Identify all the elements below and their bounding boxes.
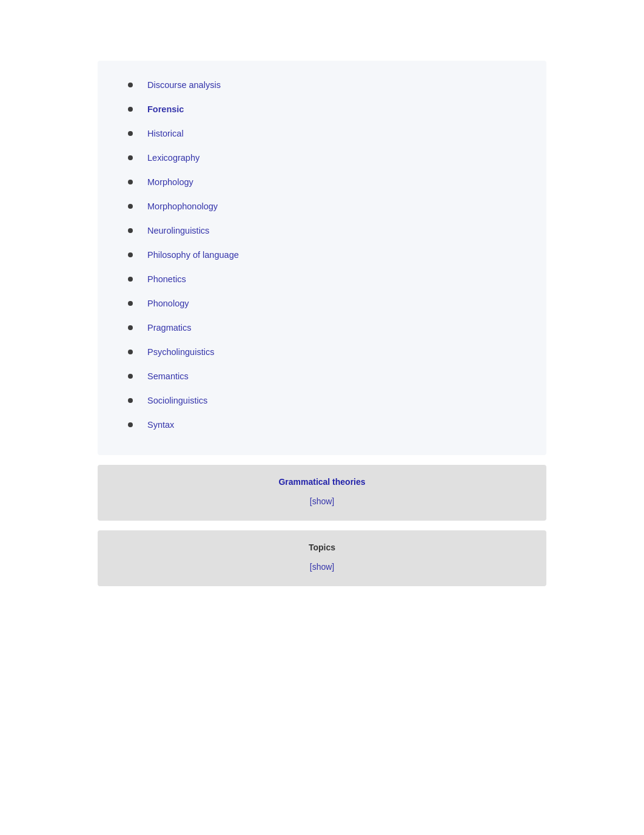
collapsible-box-grammatical-theories: Grammatical theories[show] — [98, 465, 546, 521]
list-link-syntax[interactable]: Syntax — [147, 420, 174, 430]
collapsible-box-topics: Topics[show] — [98, 530, 546, 586]
list-link-phonetics[interactable]: Phonetics — [147, 274, 186, 284]
list-link-morphophonology[interactable]: Morphophonology — [147, 201, 218, 211]
list-item: Phonetics — [122, 267, 522, 291]
list-item: Sociolinguistics — [122, 388, 522, 413]
list-item: Psycholinguistics — [122, 340, 522, 364]
list-link-morphology[interactable]: Morphology — [147, 177, 193, 187]
list-item: Philosophy of language — [122, 243, 522, 267]
bullet-dot — [128, 252, 133, 257]
show-link-grammatical-theories[interactable]: [show] — [310, 496, 334, 506]
linguistics-list-container: Discourse analysisForensicHistoricalLexi… — [98, 61, 546, 455]
bullet-dot — [128, 228, 133, 233]
list-item: Forensic — [122, 97, 522, 121]
page-wrapper: Discourse analysisForensicHistoricalLexi… — [0, 0, 644, 632]
list-item: Syntax — [122, 413, 522, 437]
list-item: Morphophonology — [122, 194, 522, 218]
list-item: Lexicography — [122, 146, 522, 170]
list-link-psycholinguistics[interactable]: Psycholinguistics — [147, 347, 214, 357]
list-item: Semantics — [122, 364, 522, 388]
list-item: Phonology — [122, 291, 522, 316]
bullet-dot — [128, 325, 133, 330]
list-item: Neurolinguistics — [122, 218, 522, 243]
list-link-historical[interactable]: Historical — [147, 129, 184, 138]
list-link-pragmatics[interactable]: Pragmatics — [147, 323, 192, 333]
bullet-dot — [128, 350, 133, 354]
show-link-topics[interactable]: [show] — [310, 562, 334, 572]
bullet-dot — [128, 83, 133, 87]
bullet-dot — [128, 277, 133, 282]
bullet-dot — [128, 204, 133, 209]
bullet-dot — [128, 374, 133, 379]
bullet-dot — [128, 422, 133, 427]
list-item: Discourse analysis — [122, 73, 522, 97]
collapsible-title-grammatical-theories: Grammatical theories — [122, 477, 522, 487]
list-item: Morphology — [122, 170, 522, 194]
list-link-neurolinguistics[interactable]: Neurolinguistics — [147, 226, 209, 235]
list-link-discourse-analysis[interactable]: Discourse analysis — [147, 80, 221, 90]
linguistics-list: Discourse analysisForensicHistoricalLexi… — [122, 73, 522, 437]
collapsible-title-topics: Topics — [122, 543, 522, 552]
list-link-phonology[interactable]: Phonology — [147, 299, 189, 308]
bullet-dot — [128, 107, 133, 112]
bullet-dot — [128, 301, 133, 306]
bullet-dot — [128, 398, 133, 403]
bullet-dot — [128, 155, 133, 160]
list-link-philosophy-of-language[interactable]: Philosophy of language — [147, 250, 239, 260]
bullet-dot — [128, 180, 133, 184]
list-link-sociolinguistics[interactable]: Sociolinguistics — [147, 396, 207, 405]
content-area: Discourse analysisForensicHistoricalLexi… — [98, 61, 546, 596]
list-item: Pragmatics — [122, 316, 522, 340]
list-link-forensic[interactable]: Forensic — [147, 104, 184, 114]
list-item: Historical — [122, 121, 522, 146]
list-link-semantics[interactable]: Semantics — [147, 371, 189, 381]
list-link-lexicography[interactable]: Lexicography — [147, 153, 200, 163]
bullet-dot — [128, 131, 133, 136]
